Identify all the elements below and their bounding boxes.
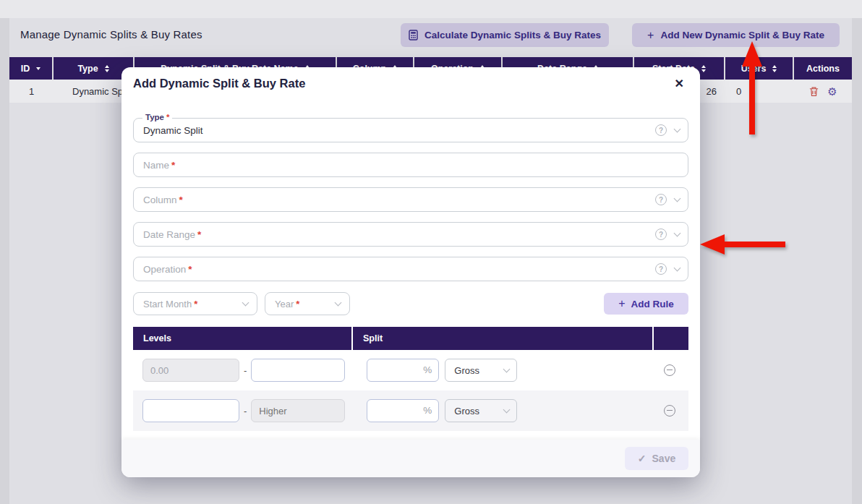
chevron-down-icon (674, 125, 681, 132)
year-select[interactable]: Year* (265, 292, 350, 315)
chevron-down-icon (674, 195, 681, 202)
help-icon[interactable]: ? (655, 124, 667, 136)
operation-placeholder: Operation* (134, 264, 192, 275)
date-range-select[interactable]: Date Range* ? (133, 222, 688, 247)
split-header: Split (353, 327, 652, 350)
sort-both-icon (772, 65, 777, 72)
modal-footer: ✓ Save (121, 440, 700, 477)
chevron-down-icon (674, 229, 681, 236)
remove-rule-icon[interactable] (664, 364, 675, 376)
page-title: Manage Dynamic Splits & Buy Rates (20, 28, 202, 40)
unit-value: Gross (445, 406, 479, 417)
help-icon[interactable]: ? (655, 194, 667, 205)
type-label: Type* (142, 113, 172, 121)
column-select[interactable]: Column* ? (133, 187, 688, 212)
levels-header: Levels (133, 327, 351, 350)
modal-title: Add Dynamic Split & Buy Rate (133, 77, 305, 90)
close-icon[interactable]: ✕ (675, 77, 684, 90)
start-month-select[interactable]: Start Month* (133, 292, 257, 315)
rules-table: Levels Split - % Gross - % (133, 327, 688, 431)
level-to-input[interactable] (251, 359, 345, 382)
chevron-down-icon (503, 366, 511, 373)
plus-icon: + (618, 298, 625, 309)
cell-id: 1 (9, 80, 54, 103)
percent-suffix: % (423, 405, 432, 416)
sort-both-icon (105, 65, 109, 72)
rule-row-2: - % Gross (133, 390, 688, 431)
settings-gear-icon[interactable]: ⚙ (827, 86, 837, 97)
type-value: Dynamic Split (134, 125, 203, 136)
operation-select[interactable]: Operation* ? (133, 257, 688, 281)
range-separator: - (244, 365, 247, 376)
sort-both-icon (701, 65, 706, 72)
add-rule-label: Add Rule (631, 299, 674, 309)
start-month-placeholder: Start Month* (134, 299, 197, 309)
level-from-input[interactable] (142, 399, 239, 422)
save-label: Save (652, 453, 676, 464)
calculate-splits-label: Calculate Dynamic Splits & Buy Rates (424, 30, 601, 40)
calculator-icon (409, 30, 418, 40)
rules-table-header: Levels Split (133, 327, 688, 350)
type-select[interactable]: Type* Dynamic Split ? (133, 118, 688, 142)
year-placeholder: Year* (265, 299, 299, 309)
help-icon[interactable]: ? (655, 263, 667, 275)
check-icon: ✓ (638, 453, 646, 464)
add-rule-button[interactable]: + Add Rule (604, 293, 688, 315)
remove-rule-icon[interactable] (664, 405, 675, 417)
column-header-id[interactable]: ID (9, 57, 54, 80)
actions-header-blank (654, 327, 688, 350)
column-placeholder: Column* (134, 195, 183, 205)
plus-icon: + (647, 30, 654, 41)
unit-select[interactable]: Gross (445, 359, 517, 382)
delete-icon[interactable] (808, 86, 819, 97)
chevron-down-icon (674, 264, 681, 271)
top-strip (0, 0, 862, 18)
cell-actions: ⚙ (794, 80, 852, 103)
level-from-input (142, 359, 239, 382)
name-placeholder: Name* (134, 160, 175, 171)
level-to-input (251, 399, 345, 422)
chevron-down-icon (503, 406, 511, 414)
red-arrow-up-annotation (736, 36, 768, 136)
name-input[interactable]: Name* (133, 153, 688, 177)
column-header-actions: Actions (794, 57, 852, 80)
red-arrow-left-annotation (696, 228, 788, 260)
rule-row-1: - % Gross (133, 350, 688, 390)
save-button[interactable]: ✓ Save (625, 447, 688, 470)
calculate-splits-button[interactable]: Calculate Dynamic Splits & Buy Rates (401, 23, 609, 47)
unit-value: Gross (445, 365, 479, 376)
unit-select[interactable]: Gross (445, 399, 517, 422)
chevron-down-icon (335, 299, 342, 307)
percent-suffix: % (423, 364, 432, 375)
sort-desc-icon (36, 67, 40, 70)
chevron-down-icon (242, 299, 249, 307)
date-range-placeholder: Date Range* (134, 229, 201, 240)
help-icon[interactable]: ? (655, 228, 667, 240)
range-separator: - (244, 406, 247, 417)
add-split-modal: Add Dynamic Split & Buy Rate ✕ Type* Dyn… (121, 67, 700, 477)
